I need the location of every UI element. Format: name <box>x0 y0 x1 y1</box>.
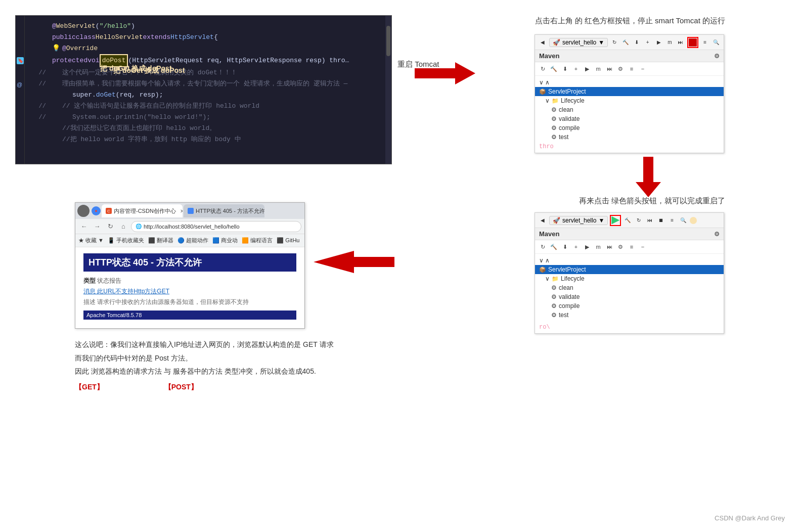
bulb-icon: 💡 <box>52 43 60 54</box>
error-message[interactable]: 消息 此URL不支持Http方法GET <box>83 287 296 296</box>
back2-btn-b[interactable]: ⏮ <box>645 216 654 225</box>
desc-line2: 而我们的代码中针对的是 Post 方法。 <box>75 351 334 365</box>
action-list-b[interactable]: ≡ <box>627 242 636 251</box>
stop-btn-b[interactable]: ⏹ <box>656 216 665 225</box>
nav-home[interactable]: ⌂ <box>118 221 129 232</box>
settings-btn-b[interactable]: ≡ <box>668 216 677 225</box>
browser-icon: ● <box>92 206 101 215</box>
tab-http405[interactable]: HTTP状态 405 - 方法不允许 ✕ <box>184 204 264 217</box>
bookmark-lang[interactable]: 🟧 编程语言 <box>242 237 273 244</box>
tree-item-validate-b[interactable]: ⚙ validate <box>535 292 724 301</box>
refresh-btn-b[interactable]: ↻ <box>634 216 643 225</box>
maven-gear-icon[interactable]: ⚙ <box>714 53 720 60</box>
bookmark-favorites[interactable]: ★ 收藏 ▼ <box>78 237 104 244</box>
action-minus[interactable]: − <box>638 64 647 73</box>
build-btn[interactable]: 🔨 <box>621 38 630 47</box>
maven-gear-icon-b[interactable]: ⚙ <box>714 231 720 238</box>
action-refresh[interactable]: ↻ <box>538 64 547 73</box>
tree-item-project[interactable]: 📦 ServletProject <box>535 87 724 96</box>
bookmark-translate[interactable]: ⬛ 翻译器 <box>148 237 173 244</box>
gutter-bookmark: 🔖 <box>17 57 24 64</box>
ide-toolbar-bottom: ◀ 🚀 servlet_hello ▼ 🔨 ↻ ⏮ ⏹ ≡ 🔍 <box>535 213 724 228</box>
download-btn[interactable]: ⬇ <box>632 38 641 47</box>
stop-btn[interactable] <box>689 38 697 47</box>
tree-item-project-b[interactable]: 📦 ServletProject <box>535 265 724 274</box>
tree-expand-b[interactable]: ∨ ∧ <box>535 256 724 265</box>
bookmark-super[interactable]: 🔵 超能动作 <box>177 237 208 244</box>
action-add-b[interactable]: + <box>571 242 581 251</box>
step-btn[interactable]: ⏭ <box>676 38 685 47</box>
action-build-b[interactable]: 🔨 <box>549 242 558 251</box>
nav-back[interactable]: ← <box>78 221 90 232</box>
bookmark-mobile[interactable]: 📱 手机收藏夹 <box>108 237 144 244</box>
bookmark-github[interactable]: ⬛ GitHu <box>277 237 299 244</box>
address-bar[interactable]: 🌐 http://localhost:8080/servlet_hello/he… <box>131 221 301 232</box>
action-download-b[interactable]: ⬇ <box>560 242 569 251</box>
back-btn[interactable]: ◀ <box>538 38 547 47</box>
play-btn-highlight[interactable] <box>610 215 621 226</box>
expand-arrow: ∨ ∧ <box>539 79 550 86</box>
code-line-3: 💡 @Override <box>25 43 385 54</box>
tree-item-clean[interactable]: ⚙ clean <box>535 105 724 114</box>
tab-close-csdn[interactable]: ✕ <box>180 208 183 214</box>
run-btn[interactable]: ▶ <box>654 38 663 47</box>
search-btn[interactable]: 🔍 <box>712 38 721 47</box>
action-maven-b[interactable]: m <box>594 242 603 251</box>
tree-item-clean-b[interactable]: ⚙ clean <box>535 283 724 292</box>
refresh-btn[interactable]: ↻ <box>610 38 619 47</box>
tab-csdn[interactable]: C 内容管理-CSDN创作中心 ✕ <box>102 204 183 217</box>
code-line-4: protected voidoPost(HttpServletRequest r… <box>25 54 385 67</box>
top-instruction: 点击右上角 的 红色方框按钮，停止 smart Tomcat 的运行 <box>535 16 725 26</box>
svg-marker-1 <box>636 157 661 197</box>
action-maven[interactable]: m <box>594 64 603 73</box>
build-btn-b[interactable]: 🔨 <box>623 216 632 225</box>
action-list[interactable]: ≡ <box>627 64 636 73</box>
tree-item-compile[interactable]: ⚙ compile <box>535 123 724 132</box>
back-btn-b[interactable]: ◀ <box>538 216 547 225</box>
code-scrollbar[interactable] <box>385 16 391 164</box>
expand-arrow-b: ∨ ∧ <box>539 257 550 264</box>
action-build[interactable]: 🔨 <box>549 64 558 73</box>
tree-item-validate[interactable]: ⚙ validate <box>535 114 724 123</box>
bookmark-biz[interactable]: 🟦 商业动 <box>212 237 238 244</box>
action-run-b[interactable]: ▶ <box>583 242 592 251</box>
action-run[interactable]: ▶ <box>583 64 592 73</box>
nav-forward[interactable]: → <box>92 221 103 232</box>
action-download[interactable]: ⬇ <box>560 64 569 73</box>
stop-btn-highlight[interactable] <box>687 37 698 48</box>
tree-item-test-b[interactable]: ⚙ test <box>535 311 724 320</box>
tree-item-compile-b[interactable]: ⚙ compile <box>535 301 724 311</box>
settings-btn[interactable]: ≡ <box>700 38 709 47</box>
ide-panel-top: ◀ 🚀 servlet_hello ▼ ↻ 🔨 ⬇ + ▶ m ⏭ ≡ 🔍 Ma… <box>535 34 724 153</box>
tab-favicon-http <box>188 208 194 214</box>
search-btn-b[interactable]: 🔍 <box>679 216 688 225</box>
browser-tabs: ● C 内容管理-CSDN创作中心 ✕ HTTP状态 405 - 方法不允许 ✕ <box>75 203 304 219</box>
add-btn[interactable]: + <box>643 38 652 47</box>
action-add[interactable]: + <box>571 64 581 73</box>
bookmarks-bar: ★ 收藏 ▼ 📱 手机收藏夹 ⬛ 翻译器 🔵 超能动作 🟦 商业动 🟧 编程语言… <box>75 234 304 247</box>
tree-item-lifecycle[interactable]: ∨ 📁 Lifecycle <box>535 96 724 105</box>
test-label: test <box>559 134 568 141</box>
clean-label-b: clean <box>559 284 573 291</box>
action-refresh-b[interactable]: ↻ <box>538 242 547 251</box>
bottom-instruction: 再来点击 绿色箭头按钮，就可以完成重启了 <box>579 196 725 206</box>
action-minus-b[interactable]: − <box>638 242 647 251</box>
nav-refresh[interactable]: ↻ <box>105 221 116 232</box>
run-config-dropdown[interactable]: 🚀 servlet_hello ▼ <box>549 38 608 47</box>
code-gutter: 🔖 @ <box>16 16 25 164</box>
maven-btn[interactable]: m <box>665 38 675 47</box>
action-settings-b[interactable]: ⚙ <box>616 242 625 251</box>
tree-item-expand[interactable]: ∨ ∧ <box>535 78 724 87</box>
compile-label: compile <box>559 124 580 131</box>
tree-item-lifecycle-b[interactable]: ∨ 📁 Lifecycle <box>535 274 724 283</box>
maven-section-header: Maven ⚙ <box>535 50 724 62</box>
tab-http-label: HTTP状态 405 - 方法不允许 <box>196 207 264 215</box>
tree-item-test[interactable]: ⚙ test <box>535 132 724 142</box>
action-skip[interactable]: ⏭ <box>605 64 614 73</box>
play-btn-green[interactable] <box>611 216 619 225</box>
compile-label-b: compile <box>559 302 580 309</box>
scrollbar-thumb <box>386 26 390 56</box>
action-skip-b[interactable]: ⏭ <box>605 242 614 251</box>
run-config-dropdown-b[interactable]: 🚀 servlet_hello ▼ <box>549 216 608 225</box>
action-settings[interactable]: ⚙ <box>616 64 625 73</box>
